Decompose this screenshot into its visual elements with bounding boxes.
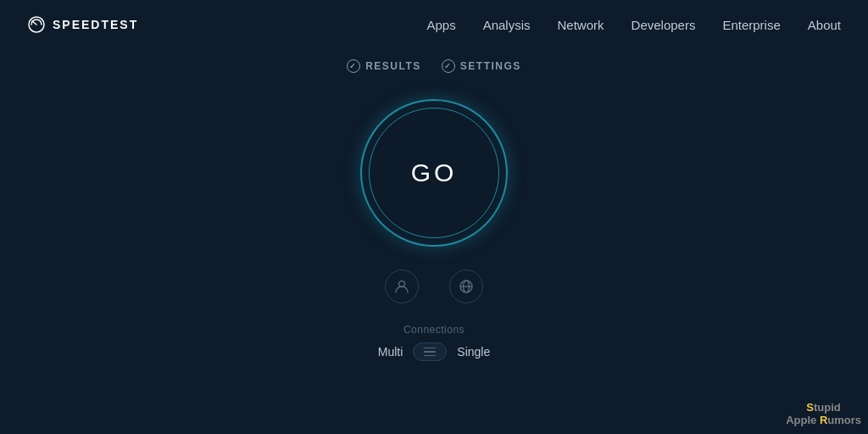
settings-tab[interactable]: ✓ SETTINGS [442, 59, 521, 73]
results-check-icon: ✓ [347, 59, 360, 73]
nav-enterprise[interactable]: Enterprise [722, 18, 780, 32]
user-icon-button[interactable] [385, 270, 419, 303]
toggle-lines-icon [424, 348, 436, 357]
user-icon [394, 279, 409, 294]
main-content: GO Connections Multi [0, 80, 868, 361]
globe-icon-button[interactable] [449, 270, 483, 303]
connections-section: Connections Multi Single [378, 324, 490, 361]
icons-row [385, 270, 483, 303]
settings-label: SETTINGS [460, 60, 521, 72]
logo[interactable]: SPEEDTEST [27, 15, 138, 34]
go-button[interactable]: GO [358, 97, 510, 249]
go-button-inner-ring: GO [369, 108, 499, 238]
nav-about[interactable]: About [808, 18, 841, 32]
results-label: RESULTS [365, 60, 421, 72]
globe-icon [459, 279, 474, 294]
speedtest-logo-icon [27, 15, 46, 34]
nav-analysis[interactable]: Analysis [483, 18, 531, 32]
logo-text: SPEEDTEST [53, 18, 138, 31]
nav-network[interactable]: Network [558, 18, 604, 32]
multi-label: Multi [378, 345, 403, 359]
nav-apps[interactable]: Apps [426, 18, 455, 32]
connections-label: Connections [403, 324, 465, 336]
sub-nav: ✓ RESULTS ✓ SETTINGS [0, 53, 868, 80]
single-label: Single [457, 345, 490, 359]
main-nav: Apps Analysis Network Developers Enterpr… [426, 18, 841, 32]
results-tab[interactable]: ✓ RESULTS [347, 59, 421, 73]
header: SPEEDTEST Apps Analysis Network Develope… [0, 0, 868, 49]
nav-developers[interactable]: Developers [632, 18, 696, 32]
go-button-label: GO [411, 159, 458, 187]
connections-toggle-switch[interactable] [413, 342, 447, 361]
settings-check-icon: ✓ [442, 59, 455, 73]
connections-toggle: Multi Single [378, 342, 490, 361]
watermark: Stupid Apple Rumors [786, 401, 861, 427]
